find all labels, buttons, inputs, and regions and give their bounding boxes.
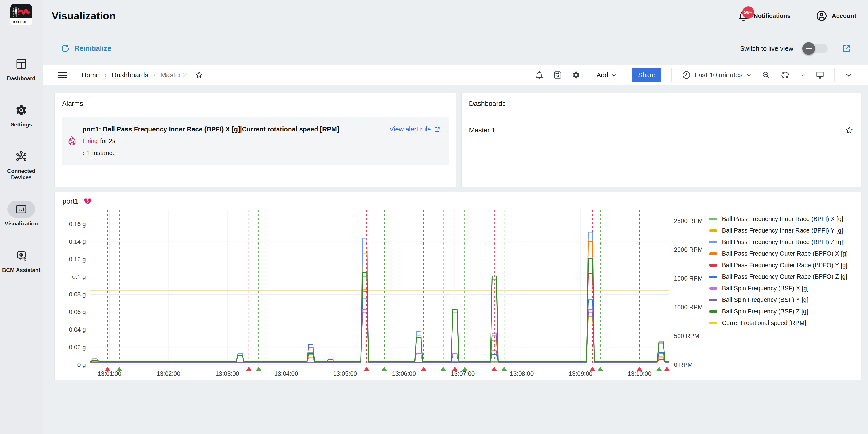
time-range-picker[interactable]: Last 10 minutes — [682, 70, 752, 80]
share-button[interactable]: Share — [632, 68, 661, 82]
legend-item[interactable]: Ball Spin Frequency (BSF) Z [g] — [709, 306, 848, 317]
svg-text:13:04:00: 13:04:00 — [274, 370, 298, 377]
svg-text:1000 RPM: 1000 RPM — [674, 304, 703, 311]
account-button[interactable]: Account — [815, 10, 856, 22]
page-title: Visualization — [52, 10, 116, 22]
network-hub-icon — [15, 150, 28, 163]
menu-icon[interactable] — [58, 71, 67, 79]
breadcrumb-home[interactable]: Home — [82, 71, 100, 79]
favorite-star-icon[interactable] — [195, 71, 203, 79]
refresh-dashboard-icon[interactable] — [781, 70, 789, 80]
legend-item[interactable]: Ball Pass Frequency Inner Race (BPFI) X … — [709, 213, 848, 225]
broken-heart-icon — [84, 197, 92, 206]
sidebar-item-dashboard[interactable]: Dashboard — [0, 55, 42, 82]
breadcrumb-current: Master 2 — [160, 71, 187, 79]
legend-item[interactable]: Ball Spin Frequency (BSF) Y [g] — [709, 294, 848, 306]
dashboard-icon — [15, 57, 28, 70]
breadcrumb-separator: › — [104, 71, 107, 79]
app-header: Visualization 99+ Notifications — [43, 0, 868, 32]
legend-swatch-icon — [709, 322, 717, 324]
legend-swatch-icon — [709, 241, 717, 243]
collapse-toolbar-chevron-icon[interactable] — [845, 71, 852, 79]
legend-label: Ball Spin Frequency (BSF) Y [g] — [722, 296, 808, 303]
logo-text: BALLUFF — [13, 20, 30, 24]
refresh-interval-chevron-icon[interactable] — [800, 72, 806, 78]
view-alert-rule-link[interactable]: View alert rule — [390, 125, 440, 133]
dashboard-list-item[interactable]: Master 1 — [469, 121, 854, 140]
svg-text:0.06 g: 0.06 g — [69, 309, 86, 316]
legend-label: Current rotational speed [RPM] — [722, 320, 806, 326]
legend-item[interactable]: Ball Pass Frequency Outer Race (BPFO) X … — [709, 248, 848, 260]
svg-text:13:02:00: 13:02:00 — [156, 370, 180, 377]
svg-text:0.02 g: 0.02 g — [69, 344, 86, 351]
legend-item[interactable]: Ball Pass Frequency Inner Race (BPFI) Y … — [709, 225, 848, 236]
instances-label: 1 instance — [87, 149, 116, 156]
subheader: Reinitialize Switch to live view — [43, 32, 868, 65]
svg-text:500 RPM: 500 RPM — [674, 333, 700, 340]
balluff-logo: BALLUFF — [10, 3, 33, 26]
svg-text:13:06:00: 13:06:00 — [392, 370, 416, 377]
alert-title: port1: Ball Pass Frequency Inner Race (B… — [83, 125, 339, 133]
legend-swatch-icon — [709, 299, 717, 301]
legend-item[interactable]: Ball Pass Frequency Outer Race (BPFO) Z … — [709, 271, 848, 283]
favorite-star-icon[interactable] — [845, 126, 854, 135]
svg-text:13:03:00: 13:03:00 — [215, 370, 239, 377]
firing-label: Firing — [83, 138, 98, 145]
svg-text:0.04 g: 0.04 g — [69, 326, 86, 333]
toolbar-divider — [835, 68, 835, 82]
notifications-label: Notifications — [753, 12, 790, 20]
firing-duration: for 2s — [100, 138, 116, 145]
open-external-icon[interactable] — [841, 43, 852, 54]
toggle-knob[interactable] — [802, 42, 815, 55]
reinitialize-label: Reinitialize — [74, 45, 111, 53]
panel-title[interactable]: port1 — [62, 197, 79, 205]
alert-instances-expander[interactable]: › 1 instance — [83, 149, 440, 157]
legend-label: Ball Spin Frequency (BSF) Z [g] — [722, 308, 808, 315]
add-button[interactable]: Add — [591, 68, 622, 82]
legend-label: Ball Pass Frequency Outer Race (BPFO) X … — [722, 250, 848, 257]
account-label: Account — [832, 12, 856, 20]
svg-text:0.14 g: 0.14 g — [69, 238, 86, 245]
legend-item[interactable]: Current rotational speed [RPM] — [709, 317, 848, 329]
svg-text:0 g: 0 g — [77, 361, 86, 368]
visualization-icon — [15, 203, 28, 216]
dashboards-panel-title: Dashboards — [469, 100, 854, 108]
save-icon[interactable] — [554, 71, 562, 79]
legend-item[interactable]: Ball Spin Frequency (BSF) X [g] — [709, 283, 848, 294]
live-view-label: Switch to live view — [740, 45, 793, 52]
sidebar-item-bcm-assistant[interactable]: BCM Assistant — [0, 247, 42, 273]
legend-item[interactable]: Ball Pass Frequency Inner Race (BPFI) Z … — [709, 236, 848, 248]
legend-swatch-icon — [709, 310, 717, 313]
chart-legend: Ball Pass Frequency Inner Race (BPFI) X … — [709, 213, 848, 329]
dashboard-content: Alarms port1: Ball Pass Frequency Inner … — [43, 85, 868, 434]
svg-text:0.12 g: 0.12 g — [69, 256, 86, 263]
zoom-out-icon[interactable] — [762, 70, 771, 80]
add-button-label: Add — [596, 71, 608, 79]
legend-swatch-icon — [709, 276, 717, 278]
notification-badge: 99+ — [742, 6, 754, 19]
breadcrumb-dashboards[interactable]: Dashboards — [112, 71, 148, 79]
settings-gear-icon[interactable] — [572, 71, 581, 79]
alert-bell-icon[interactable] — [535, 71, 544, 79]
legend-label: Ball Pass Frequency Outer Race (BPFO) Y … — [722, 262, 847, 269]
svg-text:13:05:00: 13:05:00 — [333, 370, 357, 377]
legend-item[interactable]: Ball Pass Frequency Outer Race (BPFO) Y … — [709, 260, 848, 271]
sidebar-item-connected-devices[interactable]: Connected Devices — [0, 148, 42, 181]
notifications-button[interactable]: 99+ Notifications — [738, 10, 790, 22]
legend-label: Ball Pass Frequency Inner Race (BPFI) Z … — [722, 239, 843, 246]
sidebar-item-label: Connected Devices — [0, 168, 42, 181]
sidebar-item-label: BCM Assistant — [1, 267, 42, 273]
reinitialize-button[interactable]: Reinitialize — [60, 44, 111, 53]
dashboard-toolbar: Home › Dashboards › Master 2 — [43, 65, 868, 85]
legend-label: Ball Pass Frequency Inner Race (BPFI) Y … — [722, 227, 843, 234]
svg-text:0.16 g: 0.16 g — [69, 221, 86, 228]
view-alert-rule-label: View alert rule — [390, 125, 431, 133]
alarms-panel: Alarms port1: Ball Pass Frequency Inner … — [54, 93, 456, 187]
legend-swatch-icon — [709, 218, 717, 220]
tv-mode-icon[interactable] — [815, 70, 825, 80]
sidebar-item-visualization[interactable]: Visualization — [0, 201, 42, 227]
sidebar-item-settings[interactable]: Settings — [0, 102, 42, 128]
timeseries-chart[interactable]: 0 g0.02 g0.04 g0.06 g0.08 g0.1 g0.12 g0.… — [55, 205, 707, 380]
live-view-toggle[interactable] — [804, 44, 828, 53]
chevron-down-icon — [746, 72, 752, 78]
